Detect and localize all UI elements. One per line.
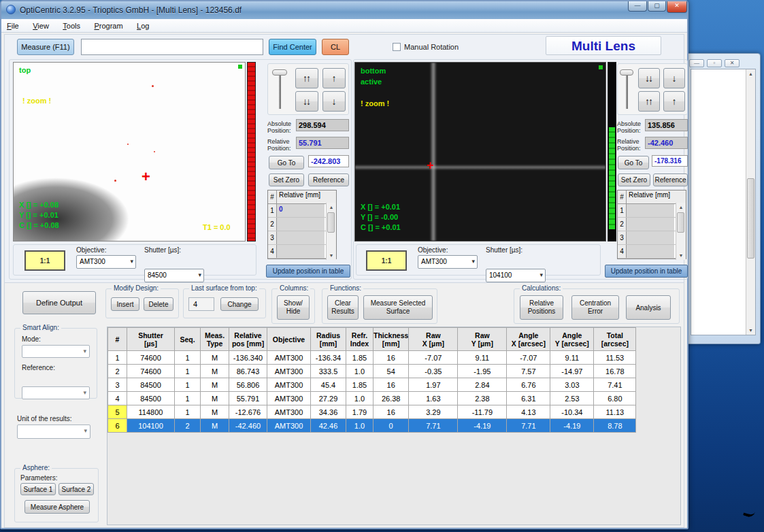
table-row[interactable]: 61041002M-42.460AMT30042.461.007.71-4.19… [108, 419, 636, 433]
table-cell[interactable]: 56.806 [229, 378, 267, 392]
table-cell[interactable]: 3 [108, 378, 127, 392]
clear-results-button[interactable]: Clear Results [327, 295, 359, 320]
command-input[interactable] [81, 39, 263, 55]
show-hide-button[interactable]: Show/ Hide [277, 295, 310, 320]
left-position-table[interactable]: # Relative [mm] 10 2 3 4 ▲ ▼ [267, 190, 337, 259]
analysis-button[interactable]: Analysis [626, 295, 671, 320]
table-cell[interactable]: 333.5 [311, 365, 346, 378]
column-header[interactable]: Raw X [µm] [409, 328, 458, 351]
table-cell[interactable]: 2.38 [458, 392, 507, 405]
shutter-dropdown[interactable]: 104100 [486, 269, 546, 282]
table-cell[interactable]: 6.80 [594, 392, 636, 405]
table-cell[interactable]: AMT300 [267, 365, 311, 378]
table-cell[interactable]: 26.38 [373, 392, 409, 405]
position-cell[interactable] [277, 231, 325, 244]
table-cell[interactable]: -7.07 [409, 351, 458, 365]
table-cell[interactable]: -136.34 [311, 351, 346, 365]
slider-thumb[interactable] [272, 69, 287, 76]
table-cell[interactable]: 4.13 [507, 405, 550, 419]
jog-fast-down-button[interactable]: ↓↓ [295, 91, 318, 112]
table-cell[interactable]: 8.78 [594, 419, 636, 433]
table-cell[interactable]: 11.53 [594, 351, 636, 365]
go-to-button[interactable]: Go To [269, 156, 304, 169]
find-center-button[interactable]: Find Center [269, 39, 316, 55]
column-header[interactable]: Relative pos [mm] [229, 328, 267, 351]
table-cell[interactable]: 1 [108, 351, 127, 365]
table-cell[interactable]: 9.11 [550, 351, 594, 365]
table-cell[interactable]: 1.63 [409, 392, 458, 405]
table-cell[interactable]: 16 [373, 378, 409, 392]
column-header[interactable]: Radius [mm] [311, 328, 346, 351]
table-cell[interactable]: M [201, 378, 229, 392]
objective-dropdown[interactable]: AMT300 [76, 255, 136, 269]
surface1-button[interactable]: Surface 1 [20, 483, 56, 495]
table-cell[interactable]: AMT300 [267, 419, 311, 433]
column-header[interactable]: Shutter [µs] [127, 328, 175, 351]
menu-file[interactable]: File [1, 20, 24, 30]
table-cell[interactable]: 1.85 [346, 378, 373, 392]
table-cell[interactable]: -1.95 [458, 365, 507, 378]
table-cell[interactable]: -10.34 [550, 405, 594, 419]
column-header[interactable]: Total [arcsec] [594, 328, 636, 351]
position-cell[interactable] [627, 231, 674, 244]
table-cell[interactable]: 6.76 [507, 378, 550, 392]
update-position-button[interactable]: Update position in table [605, 265, 688, 278]
update-position-button[interactable]: Update position in table [266, 265, 350, 278]
minimize-icon[interactable]: — [689, 59, 704, 67]
position-cell[interactable] [627, 245, 674, 258]
jog-down-button[interactable]: ↓ [663, 68, 685, 88]
titlebar[interactable]: OptiCentric 3.2.95 - Trioptics GmbH - [M… [1, 1, 687, 19]
table-row[interactable]: 2746001M86.743AMT300333.51.054-0.35-1.95… [108, 365, 636, 378]
table-cell[interactable]: 5 [108, 405, 127, 419]
table-cell[interactable]: AMT300 [267, 392, 311, 405]
manual-rotation-checkbox[interactable] [393, 43, 401, 51]
table-cell[interactable]: 16 [373, 405, 409, 419]
table-cell[interactable]: 45.4 [311, 378, 346, 392]
reference-button[interactable]: Reference [308, 173, 349, 186]
table-cell[interactable]: M [201, 392, 229, 405]
measure-selected-surface-button[interactable]: Measure Selected Surface [363, 295, 433, 320]
table-cell[interactable]: 3.03 [550, 378, 594, 392]
column-header[interactable]: Raw Y [µm] [458, 328, 507, 351]
table-cell[interactable]: M [201, 419, 229, 433]
table-cell[interactable]: -42.460 [229, 419, 267, 433]
scrollbar[interactable]: ▲ ▼ [676, 203, 686, 260]
scrollbar-thumb[interactable] [747, 178, 754, 259]
table-cell[interactable]: 42.46 [311, 419, 346, 433]
surface2-button[interactable]: Surface 2 [59, 483, 94, 495]
table-cell[interactable]: 114800 [127, 405, 175, 419]
jog-fast-down-button[interactable]: ↓↓ [638, 68, 660, 88]
column-header[interactable]: Meas. Type [201, 328, 229, 351]
table-cell[interactable]: 7.71 [507, 419, 550, 433]
jog-up-button[interactable]: ↑ [663, 91, 685, 112]
table-cell[interactable]: 6 [108, 419, 127, 433]
table-cell[interactable]: 1.0 [346, 365, 373, 378]
table-row[interactable]: 51148001M-12.676AMT30034.361.79163.29-11… [108, 405, 636, 419]
right-position-table[interactable]: # Relative [mm] 1 2 3 4 ▲ ▼ [617, 190, 686, 259]
last-surface-value[interactable]: 4 [188, 297, 214, 311]
position-cell[interactable]: 0 [277, 204, 325, 217]
reference-dropdown[interactable] [22, 386, 90, 399]
menu-program[interactable]: Program [88, 20, 128, 30]
menu-view[interactable]: View [27, 20, 54, 30]
menu-tools[interactable]: Tools [57, 20, 86, 30]
table-cell[interactable]: 1.97 [409, 378, 458, 392]
table-cell[interactable]: 2 [108, 365, 127, 378]
table-cell[interactable]: 1 [175, 392, 201, 405]
table-cell[interactable]: 74600 [127, 351, 175, 365]
position-cell[interactable] [277, 218, 325, 231]
table-cell[interactable]: 1 [175, 351, 201, 365]
table-cell[interactable]: 6.31 [507, 392, 550, 405]
table-cell[interactable]: 0 [373, 419, 409, 433]
shutter-dropdown[interactable]: 84500 [144, 269, 204, 282]
table-cell[interactable]: 11.13 [594, 405, 636, 419]
change-button[interactable]: Change [220, 297, 259, 311]
table-cell[interactable]: 4 [108, 392, 127, 405]
table-cell[interactable]: -14.97 [550, 365, 594, 378]
table-cell[interactable]: 1 [175, 365, 201, 378]
measure-button[interactable]: Measure (F11) [17, 39, 74, 55]
insert-button[interactable]: Insert [111, 297, 139, 311]
table-cell[interactable]: -4.19 [458, 419, 507, 433]
column-header[interactable]: Refr. Index [346, 328, 373, 351]
table-cell[interactable]: -136.340 [229, 351, 267, 365]
